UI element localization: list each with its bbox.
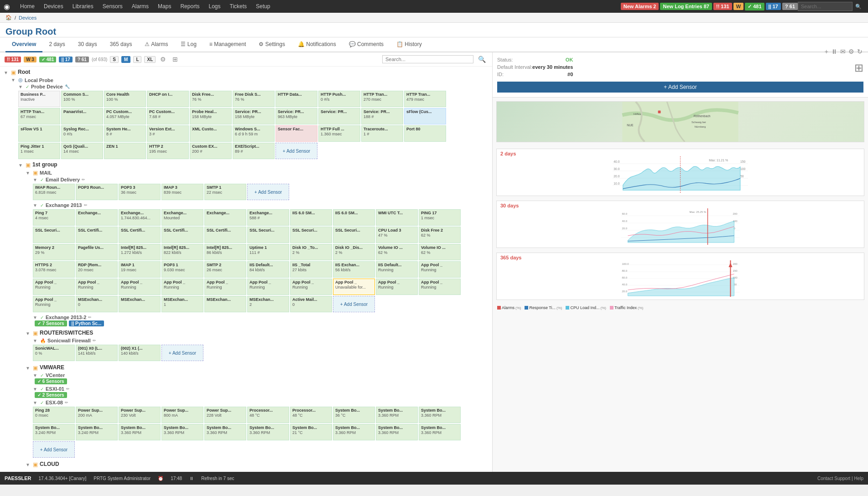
sensor-service-pr2[interactable]: Service: PR... 963 MByte — [275, 108, 317, 124]
sensor-http-tran2[interactable]: HTTP Tran... 479 msec — [404, 91, 446, 107]
sensor-iis6sm1[interactable]: IIS 6.0 SM... — [290, 209, 332, 226]
sensor-wmi-utc[interactable]: WMI UTC T... — [376, 209, 418, 226]
size-m[interactable]: M — [121, 56, 130, 63]
sensor-system-bo6[interactable]: System Bo... 3.360 RPM — [119, 424, 161, 440]
sensor-system-bo8[interactable]: System Bo... 3.360 RPM — [204, 424, 246, 440]
add-sensor-button[interactable]: + Add Sensor — [497, 82, 863, 93]
esxi01-label[interactable]: ESXI-01 — [46, 386, 64, 392]
sensor-msexchan5[interactable]: MSExchan... 2 — [247, 296, 289, 312]
sensor-http-full[interactable]: HTTP Full ... 1.360 msec — [318, 125, 360, 142]
add-sensor-probe[interactable]: + Add Sensor — [275, 143, 317, 159]
new-alarms-badge[interactable]: New Alarms 2 — [621, 3, 659, 10]
add-sensor-mail[interactable]: + Add Sensor — [247, 184, 289, 200]
email-action[interactable]: ✉ — [840, 48, 846, 55]
tab-notifications[interactable]: 🔔 Notifications — [291, 37, 343, 52]
size-s[interactable]: S — [110, 56, 119, 63]
exchange2013-2-label[interactable]: Exchange 2013-2 — [46, 315, 86, 320]
email-delivery-label[interactable]: Email Delivery — [46, 177, 80, 182]
grid-icon[interactable]: ⊞ — [171, 56, 180, 63]
sensor-vol-io2[interactable]: Volume IO ... 62 % — [419, 244, 461, 260]
router-collapse[interactable]: ▼ — [26, 331, 31, 336]
mail-collapse[interactable]: ▼ — [26, 170, 31, 176]
nav-libraries[interactable]: Libraries — [68, 0, 98, 13]
vmware-collapse[interactable]: ▼ — [26, 366, 31, 371]
sensor-service-pr4[interactable]: Service: PR... 188 # — [361, 108, 403, 124]
esxi01-collapse[interactable]: ▼ — [33, 387, 38, 392]
sensor-system-bo7[interactable]: System Bo... 3.360 RPM — [161, 424, 203, 440]
sensor-free-disk[interactable]: Free Disk S... 76 % — [233, 91, 275, 107]
sensor-app-pool-11[interactable]: App Pool _ Running — [419, 279, 461, 295]
pause-icon[interactable]: ⏸ — [189, 476, 194, 481]
sensor-pagefile[interactable]: Pagefile Us... — [76, 244, 118, 260]
sensor-iis-total[interactable]: IIS _Total 27 kbits — [290, 261, 332, 278]
search-submit-icon[interactable]: 🔍 — [476, 56, 488, 63]
tab-alarms[interactable]: ⚠ Alarms — [138, 37, 174, 52]
sensor-search-input[interactable] — [382, 55, 473, 63]
sensor-service-pr1[interactable]: Service: PR... 158 MByte — [233, 108, 275, 124]
sensor-imap1[interactable]: IMAP 1 19 msec — [119, 261, 161, 278]
nav-tickets[interactable]: Tickets — [225, 0, 252, 13]
sensor-active-mail[interactable]: Active Mail... 0 — [290, 296, 332, 312]
sensor-ssl-certif2[interactable]: SSL Certifi... — [119, 227, 161, 243]
sensor-ssl-securi1[interactable]: SSL Securi... — [33, 227, 75, 243]
paused-badge[interactable]: || 17 — [766, 3, 781, 10]
sensor-zen1[interactable]: ZEN 1 — [104, 143, 146, 159]
breadcrumb-devices[interactable]: Devices — [19, 15, 36, 21]
sensor-system-bo12[interactable]: System Bo... 3.360 RPM — [376, 424, 418, 440]
sensor-traceroute[interactable]: Traceroute... 1 # — [361, 125, 403, 142]
sensor-app-pool-3[interactable]: App Pool _ Running — [76, 279, 118, 295]
sensor-business-p[interactable]: Business P... Inactive — [18, 91, 60, 107]
sensor-disk-io-dis[interactable]: Disk IO _Dis... 2 % — [333, 244, 375, 260]
sensor-system-bo13[interactable]: System Bo... 3.360 RPM — [419, 424, 461, 440]
warning-badge[interactable]: W — [733, 3, 743, 10]
size-l[interactable]: L — [133, 56, 141, 63]
sensor-vol-io1[interactable]: Volume IO ... 62 % — [376, 244, 418, 260]
sensor-pc-custom1[interactable]: PC Custom... 4.057 MByte — [104, 108, 146, 124]
sensor-pop3-roun[interactable]: POP3 Roun... — [76, 184, 118, 200]
sensor-app-pool-6[interactable]: App Pool _ Running — [204, 279, 246, 295]
sensor-exchange2[interactable]: Exchange... 1.744.830.464... — [119, 209, 161, 226]
sensor-system-he[interactable]: System He... 8 # — [104, 125, 146, 142]
sensor-smtp1[interactable]: SMTP 1 22 msec — [204, 184, 246, 200]
sensor-port80[interactable]: Port 80 — [404, 125, 446, 142]
sensor-app-pool-8[interactable]: App Pool _ Running — [290, 279, 332, 295]
sensor-version-ext[interactable]: Version Ext... 3 # — [147, 125, 189, 142]
sensor-system-bo4[interactable]: System Bo... 3.240 RPM — [33, 424, 75, 440]
sensor-processor2[interactable]: Processor... 48 °C — [290, 407, 332, 423]
exchange2-collapse[interactable]: ▼ — [33, 315, 38, 320]
tab-management[interactable]: ≡ Management — [203, 37, 252, 52]
mail-label[interactable]: MAIL — [40, 170, 52, 176]
sensor-power-sup3[interactable]: Power Sup... 800 mA — [161, 407, 203, 423]
tab-settings[interactable]: ⚙ Settings — [252, 37, 291, 52]
sensor-imap3[interactable]: IMAP 3 839 msec — [161, 184, 203, 200]
sensor-http-data[interactable]: HTTP Data... — [275, 91, 317, 107]
sensor-msexchan3[interactable]: MSExchan... 1 — [161, 296, 203, 312]
sensor-system-bo1[interactable]: System Bo... 36 °C — [333, 407, 375, 423]
sensor-dhcp[interactable]: DHCP on I... — [147, 91, 189, 107]
add-sensor-exchange[interactable]: + Add Sensor — [333, 296, 375, 312]
exchange-collapse[interactable]: ▼ — [33, 203, 38, 208]
nav-home[interactable]: Home — [16, 0, 39, 13]
sensor-ssl-certif1[interactable]: SSL Certifi... — [76, 227, 118, 243]
first-group-label[interactable]: 1st group — [32, 161, 57, 168]
local-probe-label[interactable]: Local Probe — [25, 78, 53, 83]
sensor-pop3-1[interactable]: POP3 1 9.030 msec — [161, 261, 203, 278]
sensor-probe-heal[interactable]: Probe Heal... 158 MByte — [190, 108, 232, 124]
unknown-badge[interactable]: ? 61 — [782, 3, 798, 10]
sensor-windows-s[interactable]: Windows S... 6 d 9 h 59 m — [233, 125, 275, 142]
search-icon[interactable]: 🔍 — [852, 4, 864, 10]
sensor-rdp[interactable]: RDP (Rem... 20 msec — [76, 261, 118, 278]
sensor-exchange5[interactable]: Exchange... 588 # — [247, 209, 289, 226]
sensor-xml-custo[interactable]: XML Custo... — [190, 125, 232, 142]
tab-comments[interactable]: 💬 Comments — [343, 37, 390, 52]
sensor-app-pool-7[interactable]: App Pool _ Running — [247, 279, 289, 295]
nav-devices[interactable]: Devices — [39, 0, 68, 13]
sensor-system-bo2[interactable]: System Bo... 3.360 RPM — [376, 407, 418, 423]
sensor-ssl-securi3[interactable]: SSL Securi... — [290, 227, 332, 243]
root-group-label[interactable]: Root — [18, 69, 30, 75]
sensor-smtp2[interactable]: SMTP 2 26 msec — [204, 261, 246, 278]
cloud-collapse[interactable]: ▼ — [26, 462, 31, 467]
settings-icon[interactable]: ⚙ — [158, 56, 168, 63]
sensor-power-sup2[interactable]: Power Sup... 230 Volt — [119, 407, 161, 423]
sensor-exe-script[interactable]: EXE/Script... 89 # — [233, 143, 275, 159]
